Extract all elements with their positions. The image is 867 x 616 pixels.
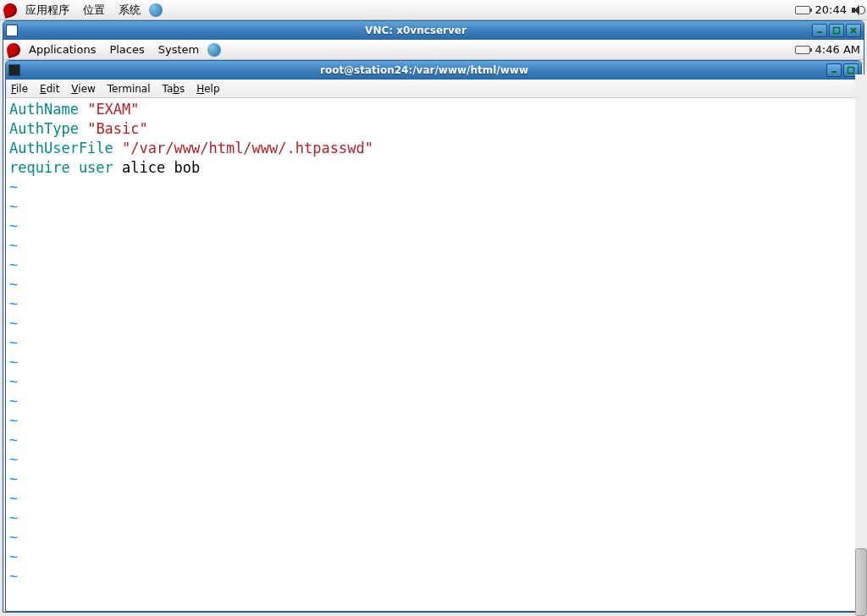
menu-view[interactable]: View xyxy=(71,83,95,95)
vim-empty-line: ~ xyxy=(9,470,18,487)
vim-empty-line: ~ xyxy=(9,451,18,468)
remote-menu-places[interactable]: Places xyxy=(104,43,149,56)
scrollbar-thumb[interactable] xyxy=(855,548,864,613)
menu-file[interactable]: File xyxy=(11,83,28,95)
vim-empty-line: ~ xyxy=(9,334,18,351)
vim-empty-line: ~ xyxy=(9,432,18,448)
remote-desktop: Applications Places System 4:46 AM root@… xyxy=(3,40,864,612)
value-authname: "EXAM" xyxy=(87,101,139,118)
directive-require: require user xyxy=(9,159,113,176)
window-system-icon xyxy=(8,64,20,76)
terminal-body[interactable]: AuthName "EXAM" AuthType "Basic" AuthUse… xyxy=(6,98,861,611)
minimize-button[interactable] xyxy=(812,24,827,37)
remote-menu-system[interactable]: System xyxy=(153,43,204,56)
globe-icon[interactable] xyxy=(207,43,221,57)
vim-empty-line: ~ xyxy=(9,295,18,312)
battery-icon xyxy=(795,6,810,14)
close-button[interactable] xyxy=(846,24,861,37)
vim-empty-line: ~ xyxy=(9,354,18,371)
svg-rect-1 xyxy=(834,28,840,34)
host-menu-places[interactable]: 位置 xyxy=(78,3,110,18)
vim-empty-line: ~ xyxy=(9,237,18,254)
vnc-window: VNC: x0vncserver Applications Places Sys… xyxy=(3,20,864,613)
redhat-icon xyxy=(5,41,22,58)
host-menu-system[interactable]: 系统 xyxy=(113,3,146,18)
terminal-window-title: root@station24:/var/www/html/www xyxy=(24,64,825,76)
vim-empty-line: ~ xyxy=(9,412,18,429)
vim-empty-line: ~ xyxy=(9,217,18,234)
host-gnome-panel: 应用程序 位置 系统 20:44 xyxy=(0,0,867,20)
host-clock: 20:44 xyxy=(815,3,847,16)
menu-edit[interactable]: Edit xyxy=(40,83,59,95)
vim-empty-line: ~ xyxy=(9,256,18,273)
vim-empty-line: ~ xyxy=(9,509,18,526)
scrollbar[interactable] xyxy=(855,74,864,613)
terminal-titlebar[interactable]: root@station24:/var/www/html/www xyxy=(6,61,861,80)
vim-empty-line: ~ xyxy=(9,179,18,195)
remote-gnome-panel: Applications Places System 4:46 AM xyxy=(3,40,864,60)
globe-icon[interactable] xyxy=(149,3,163,17)
redhat-icon xyxy=(2,2,19,19)
directive-authtype: AuthType xyxy=(9,120,79,137)
remote-clock: 4:46 AM xyxy=(815,43,860,56)
remote-menu-applications[interactable]: Applications xyxy=(24,43,101,56)
directive-authuserfile: AuthUserFile xyxy=(9,140,113,157)
vim-empty-line: ~ xyxy=(9,198,18,215)
vnc-window-title: VNC: x0vncserver xyxy=(21,25,810,36)
vnc-titlebar[interactable]: VNC: x0vncserver xyxy=(3,21,864,40)
menu-help[interactable]: Help xyxy=(196,83,219,95)
menu-terminal[interactable]: Terminal xyxy=(108,83,151,95)
vim-empty-line: ~ xyxy=(9,568,18,585)
vim-empty-line: ~ xyxy=(9,373,18,390)
directive-authname: AuthName xyxy=(9,101,79,118)
svg-rect-5 xyxy=(848,68,854,74)
terminal-menubar: File Edit View Terminal Tabs Help xyxy=(6,80,861,98)
menu-tabs[interactable]: Tabs xyxy=(163,83,185,95)
vim-empty-line: ~ xyxy=(9,529,18,546)
vim-empty-line: ~ xyxy=(9,276,18,293)
terminal-window: root@station24:/var/www/html/www File Ed… xyxy=(5,60,862,612)
vim-empty-line: ~ xyxy=(9,490,18,507)
vim-empty-line: ~ xyxy=(9,548,18,565)
window-system-icon xyxy=(6,25,18,36)
minimize-button[interactable] xyxy=(826,63,842,77)
value-authuserfile: "/var/www/html/www/.htpasswd" xyxy=(122,140,373,157)
maximize-button[interactable] xyxy=(829,24,844,37)
speaker-icon[interactable] xyxy=(852,4,864,16)
vim-empty-line: ~ xyxy=(9,315,18,332)
value-authtype: "Basic" xyxy=(87,120,148,137)
host-menu-applications[interactable]: 应用程序 xyxy=(20,3,75,18)
vim-empty-line: ~ xyxy=(9,393,18,410)
value-require-users: alice bob xyxy=(113,159,200,176)
battery-icon xyxy=(795,46,810,54)
